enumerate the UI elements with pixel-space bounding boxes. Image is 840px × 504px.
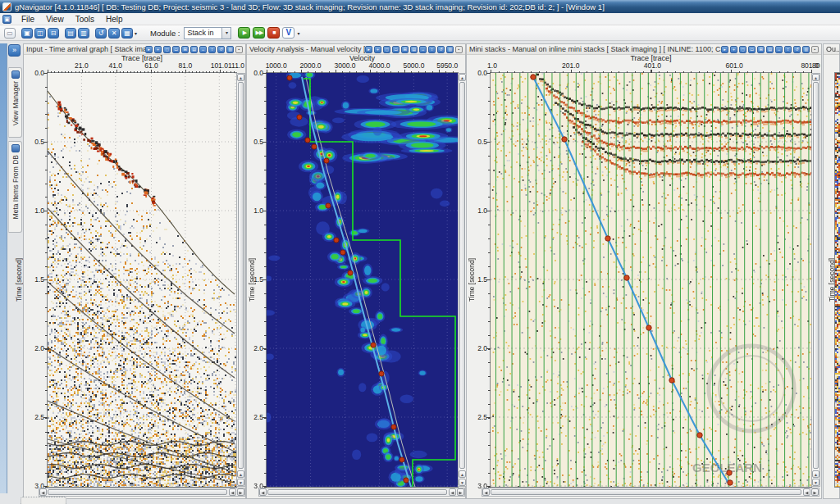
pan-tool-icon[interactable]: + [374, 46, 381, 53]
grid-toggle-icon[interactable]: ⊞ [401, 46, 409, 53]
scroll-left-button[interactable]: ◀ [449, 488, 456, 496]
velocity-module-button[interactable]: V [282, 27, 294, 39]
scroll-down-button[interactable]: ▼ [237, 479, 244, 486]
x-axis-tick-labels: 1000.02000.03000.04000.05000.05950.0 [247, 61, 464, 70]
expand-sidebar-button[interactable]: » [8, 44, 21, 57]
scroll-left-button[interactable]: ◀ [259, 488, 267, 496]
scroll-left-button[interactable]: ◀ [482, 488, 490, 496]
tile-vertical-icon[interactable]: ⊟ [48, 28, 59, 39]
split-horizontal-icon[interactable]: ▤ [65, 28, 76, 39]
dropdown-arrow-icon[interactable]: ▾ [297, 30, 299, 36]
pan-tool-icon[interactable]: + [154, 46, 162, 53]
pan-tool-icon[interactable]: + [730, 46, 737, 53]
y-axis-label-wrap: Time [second] [15, 73, 23, 487]
run-to-end-button[interactable]: ▶▶ [253, 27, 265, 39]
horizontal-scrollbar-thumb[interactable] [491, 489, 801, 495]
window-layout-icon[interactable]: ▦ [121, 28, 133, 39]
horizontal-scrollbar[interactable]: ◀◀▶ [258, 488, 465, 497]
scroll-up-button[interactable]: ▲ [812, 470, 819, 478]
layers-icon[interactable]: ▤ [410, 46, 418, 53]
grid-toggle-icon[interactable]: ⊞ [181, 46, 189, 53]
zoom-tool-icon[interactable]: ◻ [739, 46, 746, 53]
horizontal-scrollbar-thumb[interactable] [48, 489, 227, 495]
cascade-windows-icon[interactable]: ▣ [21, 28, 33, 39]
scroll-left-button[interactable]: ◀ [803, 488, 810, 496]
horizontal-scrollbar[interactable]: ◀◀▶ [39, 488, 245, 497]
run-module-button[interactable]: ▶ [238, 27, 250, 39]
pin-panel-icon[interactable]: ▪ [235, 46, 243, 53]
h-scale-icon[interactable]: ↔ [419, 46, 427, 53]
velocity-semblance-plot[interactable] [267, 73, 458, 487]
scroll-up-button[interactable]: ▲ [237, 470, 244, 478]
v-scale-icon[interactable]: ↕ [428, 46, 436, 53]
layers-icon[interactable]: ▤ [190, 46, 198, 53]
select-tool-icon[interactable]: ▸ [721, 46, 728, 53]
scroll-down-button[interactable]: ▼ [812, 479, 819, 486]
chevron-down-icon[interactable]: ▾ [221, 28, 231, 39]
v-scale-icon[interactable]: ↕ [208, 46, 216, 53]
scroll-up-button[interactable]: ▲ [459, 74, 466, 81]
x-axis-tick-label: 111.0 [228, 61, 244, 70]
new-view-icon[interactable]: ▭ [4, 28, 16, 39]
axis-tick-marks [264, 73, 267, 488]
panel-velocity-analysis: Velocity Analysis - Manual velocity [ St… [246, 43, 466, 499]
y-axis-label: Time [second] [15, 258, 23, 302]
vertical-scrollbar[interactable]: ▲▲▼ [811, 73, 820, 487]
split-vertical-icon[interactable]: ▥ [78, 28, 89, 39]
pin-panel-icon[interactable]: ▪ [455, 46, 463, 53]
scroll-up-button[interactable]: ▲ [459, 470, 466, 478]
scroll-up-button[interactable]: ▲ [812, 74, 819, 81]
menu-help[interactable]: Help [100, 14, 129, 25]
horizontal-scrollbar[interactable]: ◀◀▶ [482, 488, 819, 497]
stop-module-button[interactable]: ■ [267, 27, 280, 39]
select-tool-icon[interactable]: ▸ [145, 46, 153, 53]
scroll-left-button[interactable]: ◀ [229, 488, 236, 496]
pin-panel-icon[interactable]: ▪ [811, 46, 819, 53]
scroll-right-button[interactable]: ▶ [811, 488, 819, 496]
scroll-right-button[interactable]: ▶ [237, 488, 244, 496]
reset-view-icon[interactable]: ↺ [217, 46, 225, 53]
vertical-scrollbar-thumb[interactable] [813, 82, 819, 469]
layers-icon[interactable]: ▤ [766, 46, 774, 53]
menu-bar: ▣ File View Tools Help [0, 13, 840, 25]
tile-horizontal-icon[interactable]: ◫ [34, 28, 46, 39]
menu-tools[interactable]: Tools [70, 14, 100, 25]
reset-view-icon[interactable]: ↺ [793, 46, 801, 53]
display-settings-icon[interactable]: ▥ [226, 46, 234, 53]
fit-view-icon[interactable]: ▭ [172, 46, 180, 53]
h-scale-icon[interactable]: ↔ [199, 46, 207, 53]
v-scale-icon[interactable]: ↕ [784, 46, 792, 53]
fit-view-icon[interactable]: ▭ [748, 46, 756, 53]
grid-toggle-icon[interactable]: ⊞ [757, 46, 765, 53]
x-axis-tick-label: 806.0 [812, 61, 820, 70]
zoom-tool-icon[interactable]: ◻ [383, 46, 390, 53]
reset-view-icon[interactable]: ↺ [437, 46, 445, 53]
menu-file[interactable]: File [16, 14, 40, 25]
refresh-view-icon[interactable]: ↺ [95, 28, 107, 39]
select-tool-icon[interactable]: ▸ [365, 46, 372, 53]
module-select[interactable]: Stack in ▾ [184, 27, 231, 39]
vertical-scrollbar[interactable]: ▲▲▼ [236, 73, 245, 487]
panel-output-clipped: Ou... Time [second] [823, 43, 840, 499]
scroll-left-button[interactable]: ◀ [39, 488, 47, 496]
fit-view-icon[interactable]: ▭ [392, 46, 399, 53]
dropdown-arrow-icon[interactable]: ▾ [135, 30, 137, 36]
close-view-icon[interactable]: ✕ [108, 28, 120, 39]
horizontal-scrollbar-thumb[interactable] [267, 489, 447, 495]
zoom-tool-icon[interactable]: ◻ [163, 46, 171, 53]
window-menu-icon[interactable]: ▣ [2, 15, 11, 24]
vertical-scrollbar-thumb[interactable] [238, 82, 244, 469]
time-arrival-plot[interactable] [48, 73, 236, 487]
vertical-scrollbar-thumb[interactable] [459, 82, 465, 469]
display-settings-icon[interactable]: ▥ [802, 46, 810, 53]
mini-stacks-plot[interactable] [491, 73, 811, 487]
output-plot-sliver[interactable] [835, 73, 840, 487]
scroll-up-button[interactable]: ▲ [237, 74, 244, 81]
scroll-right-button[interactable]: ▶ [457, 488, 464, 496]
display-settings-icon[interactable]: ▥ [446, 46, 454, 53]
h-scale-icon[interactable]: ↔ [775, 46, 783, 53]
menu-view[interactable]: View [40, 14, 70, 25]
app-icon [2, 2, 11, 11]
minimized-panel-tab[interactable] [21, 497, 66, 504]
scroll-down-button[interactable]: ▼ [459, 479, 466, 486]
